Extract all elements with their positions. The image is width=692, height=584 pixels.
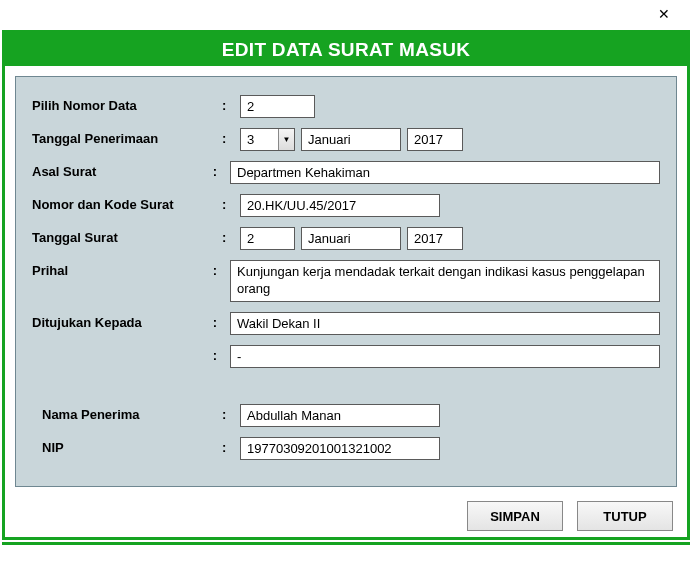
- nama-penerima-input[interactable]: [240, 404, 440, 427]
- colon: :: [222, 437, 240, 455]
- row-prihal: Prihal : Kunjungan kerja mendadak terkai…: [32, 260, 660, 302]
- nomor-data-input[interactable]: [240, 95, 315, 118]
- simpan-button[interactable]: SIMPAN: [467, 501, 563, 531]
- asal-surat-input[interactable]: [230, 161, 660, 184]
- outer-frame: EDIT DATA SURAT MASUK Pilih Nomor Data :…: [2, 30, 690, 540]
- nip-input[interactable]: [240, 437, 440, 460]
- row-asal-surat: Asal Surat :: [32, 161, 660, 184]
- tgl-surat-month-input[interactable]: [301, 227, 401, 250]
- colon: :: [222, 227, 240, 245]
- spacer: [32, 378, 660, 404]
- ditujukan-input[interactable]: [230, 312, 660, 335]
- prihal-textarea[interactable]: Kunjungan kerja mendadak terkait dengan …: [230, 260, 660, 302]
- row-tanggal-penerimaan: Tanggal Penerimaan : ▼: [32, 128, 660, 151]
- colon: :: [222, 404, 240, 422]
- window-titlebar: ✕: [0, 0, 692, 28]
- row-nama-penerima: Nama Penerima :: [32, 404, 660, 427]
- label-tanggal-surat: Tanggal Surat: [32, 227, 222, 245]
- form-area: Pilih Nomor Data : Tanggal Penerimaan : …: [15, 76, 677, 487]
- row-tanggal-surat: Tanggal Surat :: [32, 227, 660, 250]
- colon: :: [213, 312, 230, 330]
- tgl-penerimaan-year-input[interactable]: [407, 128, 463, 151]
- footer-divider: [2, 542, 690, 545]
- label-prihal: Prihal: [32, 260, 213, 278]
- tgl-penerimaan-day-dropdown[interactable]: ▼: [240, 128, 295, 151]
- page-title: EDIT DATA SURAT MASUK: [5, 33, 687, 66]
- colon: :: [213, 345, 230, 363]
- label-nip: NIP: [32, 437, 222, 455]
- tgl-surat-year-input[interactable]: [407, 227, 463, 250]
- close-icon: ✕: [658, 6, 670, 22]
- label-pilih-nomor: Pilih Nomor Data: [32, 95, 222, 113]
- tgl-surat-day-input[interactable]: [240, 227, 295, 250]
- label-tanggal-penerimaan: Tanggal Penerimaan: [32, 128, 222, 146]
- row-pilih-nomor: Pilih Nomor Data :: [32, 95, 660, 118]
- colon: :: [213, 260, 230, 278]
- row-nomor-kode: Nomor dan Kode Surat :: [32, 194, 660, 217]
- nomor-kode-input[interactable]: [240, 194, 440, 217]
- row-ditujukan2: :: [32, 345, 660, 368]
- chevron-down-icon[interactable]: ▼: [278, 129, 294, 150]
- button-row: SIMPAN TUTUP: [5, 491, 687, 537]
- row-nip: NIP :: [32, 437, 660, 460]
- tutup-button[interactable]: TUTUP: [577, 501, 673, 531]
- colon: :: [213, 161, 230, 179]
- colon: :: [222, 194, 240, 212]
- label-nomor-kode: Nomor dan Kode Surat: [32, 194, 222, 212]
- colon: :: [222, 128, 240, 146]
- label-nama-penerima: Nama Penerima: [32, 404, 222, 422]
- label-empty: [32, 345, 213, 348]
- tgl-penerimaan-month-input[interactable]: [301, 128, 401, 151]
- ditujukan2-input[interactable]: [230, 345, 660, 368]
- label-ditujukan: Ditujukan Kepada: [32, 312, 213, 330]
- colon: :: [222, 95, 240, 113]
- close-button[interactable]: ✕: [644, 2, 684, 26]
- label-asal-surat: Asal Surat: [32, 161, 213, 179]
- row-ditujukan: Ditujukan Kepada :: [32, 312, 660, 335]
